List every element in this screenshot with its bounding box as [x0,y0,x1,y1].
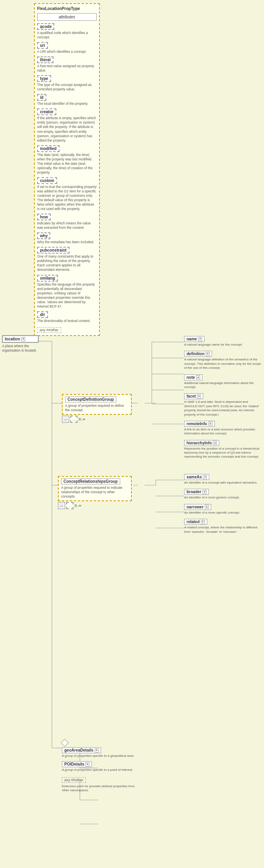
flex-location-prop-type-box: FlexLocationPropType attributes qcode A … [34,3,100,336]
concept-prop-narrower: narrower + An identifier of a more speci… [184,504,262,515]
broader-expand-icon[interactable]: + [202,490,206,494]
concept-prop-definition: definition + A natural language definiti… [184,351,262,370]
geo-area-details-desc: A group of properties specific to a geop… [62,754,136,758]
prop-type-name: type [37,75,51,82]
bottom-any-other-desc: Extension point for provider-defined pro… [62,784,136,793]
prop-uri-name: uri [37,42,48,49]
rel-group-multiplicity: 0..∞ [75,504,81,508]
concept-prop-facet: facet + In NAR 1.8 and later, facet is d… [184,393,262,417]
prop-uri-desc: A URI which identifies a concept. [37,50,97,54]
geo-area-expand-icon[interactable]: + [95,748,99,752]
concept-prop-broader: broader + An identifier of a more generi… [184,489,262,500]
remoteinfo-expand-icon[interactable]: + [208,422,212,426]
name-expand-icon[interactable]: + [198,337,202,341]
concept-prop-facet-box: facet + [184,393,203,399]
prop-dir: dir The directionality of textual conten… [37,311,97,323]
concept-prop-note-desc: Additional natural language information … [184,381,262,390]
rel-choice-icon: … [66,502,73,509]
bottom-section: geoAreaDetails + A group of properties s… [62,740,136,793]
concept-prop-remoteinfo: remoteInfo + A link to an item or a web … [184,421,262,436]
prop-type-desc: The type of the concept assigned as cont… [37,83,97,92]
location-desc: A place where the organisation is locate… [2,344,39,353]
hierarchyinfo-expand-icon[interactable]: + [213,441,217,445]
concept-prop-hierarchyinfo: hierarchyInfo + Represents the position … [184,440,262,459]
prop-why-desc: Why the metadata has been included. [37,240,97,244]
concept-prop-name: name + A natural language name for the c… [184,336,262,347]
prop-pubconstraint: pubconstraint One of many constraints th… [37,247,97,272]
concept-prop-sameas: sameAs + An identifier of a concept with… [184,474,262,485]
prop-why-name: why [37,232,50,239]
concept-prop-name-box: name + [184,336,204,342]
concept-prop-narrower-box: narrower + [184,504,211,510]
concept-prop-hierarchyinfo-desc: Represents the position of a concept in … [184,447,262,459]
location-element: location + A place where the organisatio… [2,335,39,353]
prop-id-name: id [37,94,46,101]
prop-custom-desc: If set to true the corresponding propert… [37,185,97,211]
prop-modified-desc: The date (and, optionally, the time) whe… [37,153,97,175]
prop-custom-name: custom [37,177,57,184]
prop-creator-desc: If the attribute is empty, specifies whi… [37,116,97,142]
concept-prop-definition-box: definition + [184,351,212,357]
concept-prop-related: related + A related concept, where the r… [184,519,262,534]
geo-area-details: geoAreaDetails + A group of properties s… [62,747,136,758]
prop-creator-name: creator [37,108,56,115]
prop-pubconstraint-desc: One of many constraints that apply to pu… [37,254,97,272]
concept-relationships-group-container: ConceptRelationshipsGroup A group of pro… [58,476,132,509]
definition-expand-icon[interactable]: + [206,352,210,356]
concept-rel-props-panel: sameAs + An identifier of a concept with… [184,474,262,538]
note-expand-icon[interactable]: + [196,375,200,379]
concept-prop-note-box: note + [184,374,202,380]
concept-prop-definition-desc: A natural language definition of the sem… [184,358,262,370]
poi-details-box: POIDetails + [62,761,92,767]
prop-uri: uri A URI which identifies a concept. [37,42,97,54]
prop-dir-name: dir [37,311,48,318]
concept-definition-group-connectors: — … 0..∞ [62,416,132,423]
prop-modified-name: modified [37,145,60,152]
diamond-icon [61,739,69,747]
concept-prop-broader-box: broader + [184,489,209,495]
poi-expand-icon[interactable]: + [85,762,89,766]
location-box[interactable]: location + [2,335,39,343]
concept-prop-note: note + Additional natural language infor… [184,374,262,390]
choice-icon: … [70,416,77,423]
prop-literal-desc: A free-text value assigned as property v… [37,64,97,73]
narrower-expand-icon[interactable]: + [205,505,209,509]
concept-prop-narrower-desc: An identifier of a more specific concept… [184,511,262,515]
concept-prop-hierarchyinfo-box: hierarchyInfo + [184,440,219,446]
related-expand-icon[interactable]: + [201,520,205,524]
prop-why: why Why the metadata has been included. [37,232,97,244]
concept-prop-facet-desc: In NAR 1.8 and later, facet is deprecate… [184,400,262,417]
properties-list: qcode A qualified code which identifies … [37,23,97,323]
poi-details: POIDetails + A group of properties speci… [62,761,136,772]
concept-relationships-group-box: ConceptRelationshipsGroup A group of pro… [58,476,132,501]
prop-custom: custom If set to true the corresponding … [37,177,97,211]
prop-dir-desc: The directionality of textual content. [37,319,97,323]
facet-expand-icon[interactable]: + [197,394,201,398]
prop-how-name: how [37,214,51,220]
bottom-connector [62,740,136,746]
location-expand-icon[interactable]: + [21,337,25,341]
concept-rel-group-connectors: — … 0..∞ [58,502,132,509]
poi-details-desc: A group of properties specific to a poin… [62,768,136,772]
prop-pubconstraint-name: pubconstraint [37,247,69,254]
concept-def-props-panel: name + A natural language name for the c… [184,336,262,463]
prop-how-desc: Indicates by which means the value was e… [37,221,97,230]
concept-relationships-group-title: ConceptRelationshipsGroup [61,478,120,484]
prop-qcode-desc: A qualified code which identifies a conc… [37,31,97,40]
concept-prop-broader-desc: An identifier of a more generic concept. [184,496,262,500]
concept-prop-sameas-box: sameAs + [184,474,209,480]
rel-sequence-icon: — [58,502,65,509]
concept-prop-related-box: related + [184,519,207,525]
concept-prop-related-desc: A related concept, where the relationshi… [184,526,262,534]
attributes-box: attributes [37,13,97,21]
sameas-expand-icon[interactable]: + [203,475,207,479]
sequence-icon: — [62,416,69,423]
geo-area-details-box: geoAreaDetails + [62,747,101,753]
concept-definition-group-box: ConceptDefinitionGroup A group of proper… [62,394,132,415]
concept-prop-remoteinfo-desc: A link to an item or a web resource whic… [184,428,262,436]
prop-literal-name: literal [37,56,54,63]
flex-location-title: FlexLocationPropType [37,6,97,11]
prop-modified: modified The date (and, optionally, the … [37,145,97,175]
prop-id: id The local identifier of the property. [37,94,97,106]
concept-prop-sameas-desc: An identifier of a concept with equivale… [184,481,262,485]
